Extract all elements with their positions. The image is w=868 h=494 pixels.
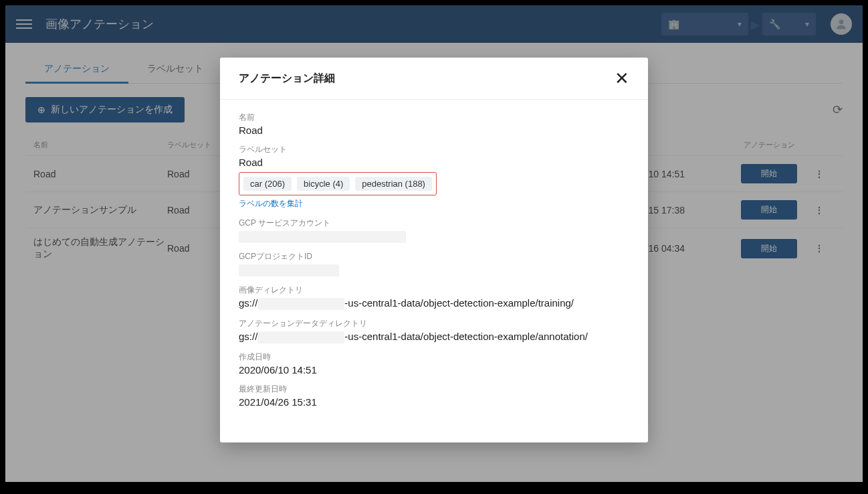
label-anno-dir: アノテーションデータディレクトリ [239,318,629,329]
value-labelset: Road [239,157,629,168]
label-created: 作成日時 [239,351,629,363]
value-updated: 2021/04/26 15:31 [239,396,629,408]
label-name: 名前 [239,112,629,123]
label-updated: 最終更新日時 [239,384,629,395]
label-gcp-sa: GCP サービスアカウント [239,218,629,229]
label-img-dir: 画像ディレクトリ [239,284,629,296]
value-created: 2020/06/10 14:51 [239,364,629,376]
close-icon[interactable]: ✕ [615,70,629,87]
label-gcp-pid: GCPプロジェクトID [239,251,629,262]
value-anno-dir: gs://-us-central1-data/object-detection-… [239,331,629,343]
value-img-dir: gs://-us-central1-data/object-detection-… [239,297,629,310]
value-gcp-sa [239,230,629,243]
label-labelset: ラベルセット [239,144,629,155]
chip-car: car (206) [243,177,292,191]
dialog-title: アノテーション詳細 [239,72,335,86]
value-gcp-pid [239,264,629,276]
annotation-detail-dialog: アノテーション詳細 ✕ 名前 Road ラベルセット Road car (206… [220,58,648,442]
modal-overlay[interactable]: アノテーション詳細 ✕ 名前 Road ラベルセット Road car (206… [5,5,863,482]
label-chips: car (206) bicycle (4) pedestrian (188) [239,172,437,195]
value-name: Road [239,125,629,136]
chip-bicycle: bicycle (4) [297,177,350,191]
chip-pedestrian: pedestrian (188) [355,177,432,191]
aggregate-link[interactable]: ラベルの数を集計 [239,198,303,210]
